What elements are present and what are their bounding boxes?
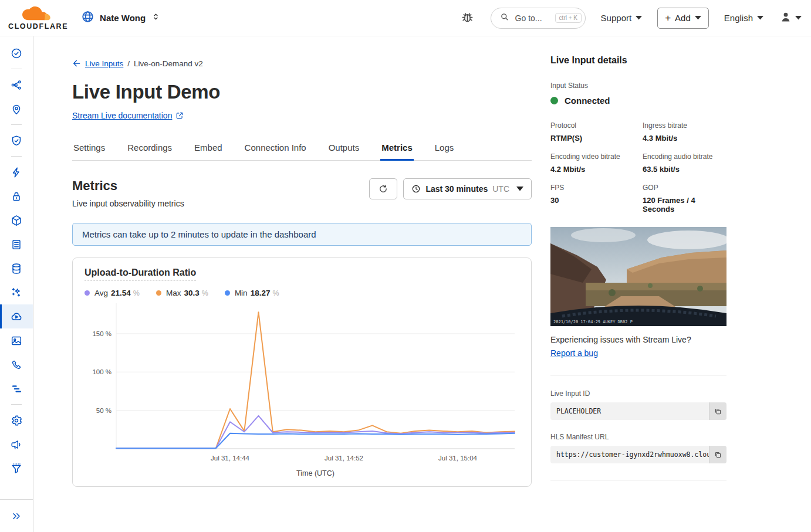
sidebar-item-ai-sparkles[interactable]: [0, 280, 33, 304]
sidebar-item-package[interactable]: [0, 208, 33, 232]
speed-bolt-icon: [10, 166, 23, 179]
sidebar-item-lock[interactable]: [0, 184, 33, 208]
back-arrow-icon: [72, 59, 82, 68]
account-switcher[interactable]: Nate Wong: [81, 10, 161, 26]
megaphone-icon: [10, 438, 23, 451]
legend-item-avg[interactable]: Avg21.54%: [85, 289, 140, 297]
metrics-subheading: Live input observability metrics: [72, 199, 184, 208]
divider: [550, 375, 726, 375]
chart-title[interactable]: Upload-to-Duration Ratio: [85, 267, 196, 280]
sidebar-item-stream-cloud-play[interactable]: [0, 304, 33, 328]
sidebar-item-shield-check[interactable]: [0, 128, 33, 153]
tab-recordings[interactable]: Recordings: [126, 137, 173, 161]
ai-sparkles-icon: [10, 286, 23, 299]
legend-item-max[interactable]: Max30.3%: [156, 289, 208, 297]
global-search[interactable]: ctrl + K: [491, 8, 586, 29]
phone-icon: [10, 358, 23, 371]
shortcut-badge: ctrl + K: [555, 13, 582, 23]
sidebar-item-gantt-bars[interactable]: [0, 377, 33, 401]
tab-logs[interactable]: Logs: [434, 137, 455, 161]
sidebar-item-megaphone[interactable]: [0, 432, 33, 456]
support-menu[interactable]: Support: [601, 13, 643, 23]
copy-button[interactable]: [709, 402, 726, 420]
tab-metrics[interactable]: Metrics: [380, 137, 414, 161]
cloudflare-logo[interactable]: CLOUDFLARE: [8, 6, 68, 31]
svg-text:Jul 31, 15:04: Jul 31, 15:04: [438, 455, 477, 462]
live-preview-thumbnail[interactable]: 2021/10/20 17:04:29 AUKEY DR02 P: [550, 227, 726, 326]
breadcrumb-back-label: Live Inputs: [85, 59, 123, 68]
sidebar-divider: [0, 401, 33, 408]
caret-down-icon: [795, 16, 802, 20]
breadcrumb-current: Live-on-Demand v2: [134, 59, 203, 68]
copy-field-value: PLACEHOLDER: [550, 407, 709, 415]
sidebar-nav: [0, 36, 33, 480]
svg-text:Jul 31, 14:44: Jul 31, 14:44: [211, 455, 249, 462]
tab-outputs[interactable]: Outputs: [327, 137, 361, 161]
time-zone-label: UTC: [492, 184, 509, 194]
unfold-chevrons-icon: [151, 12, 161, 24]
add-button[interactable]: + Add: [657, 8, 709, 29]
sidebar-item-phone[interactable]: [0, 353, 33, 377]
user-menu[interactable]: [779, 10, 802, 26]
svg-text:100 %: 100 %: [92, 368, 111, 375]
metrics-controls: Last 30 minutes UTC: [369, 178, 532, 199]
top-navbar: CLOUDFLARE Nate Wong: [0, 0, 811, 36]
thumbnail-timestamp-overlay: 2021/10/20 17:04:29 AUKEY DR02 P: [553, 320, 633, 324]
detail-field-gop: GOP120 Frames / 4 Seconds: [643, 184, 726, 214]
refresh-icon: [378, 184, 388, 194]
breadcrumb-back-link[interactable]: Live Inputs: [72, 59, 123, 68]
copy-field-value: https://customer-igynxd2rwhmuoxw8.cloudf: [550, 450, 709, 459]
status-dot-icon: [550, 97, 558, 104]
sidebar-item-server-rack[interactable]: [0, 232, 33, 256]
images-icon: [10, 334, 23, 347]
details-heading: Live Input details: [550, 55, 726, 66]
main-content: Live Inputs / Live-on-Demand v2 Live Inp…: [72, 36, 532, 487]
breadcrumb: Live Inputs / Live-on-Demand v2: [72, 59, 532, 68]
traffic-icon: [10, 79, 23, 92]
metrics-header-row: Metrics Live input observability metrics…: [72, 178, 532, 208]
svg-text:Time (UTC): Time (UTC): [296, 469, 334, 477]
divider: [550, 480, 726, 480]
tab-bar: SettingsRecordingsEmbedConnection InfoOu…: [72, 137, 532, 161]
main-area: Live Inputs / Live-on-Demand v2 Live Inp…: [33, 36, 811, 532]
legend-dot-icon: [225, 290, 230, 296]
sidebar-item-clock-check[interactable]: [0, 41, 33, 65]
globe-icon: [81, 10, 94, 26]
sidebar-item-funnel[interactable]: [0, 456, 33, 480]
copy-button[interactable]: [709, 446, 726, 463]
funnel-icon: [10, 462, 23, 475]
caret-down-icon: [636, 16, 642, 20]
tab-embed[interactable]: Embed: [193, 137, 224, 161]
chevrons-right-icon: [11, 510, 22, 522]
documentation-link[interactable]: Stream Live documentation: [72, 111, 184, 120]
sidebar-collapse-button[interactable]: [0, 499, 33, 532]
tab-connection-info[interactable]: Connection Info: [244, 137, 307, 161]
report-bug-link[interactable]: Report a bug: [550, 348, 598, 358]
language-menu[interactable]: English: [724, 13, 763, 23]
search-input[interactable]: [514, 13, 550, 23]
chart-legend: Avg21.54%Max30.3%Min18.27%: [85, 289, 519, 297]
refresh-button[interactable]: [369, 178, 397, 199]
sidebar-item-images[interactable]: [0, 328, 33, 353]
sidebar-item-traffic[interactable]: [0, 73, 33, 97]
tab-settings[interactable]: Settings: [72, 137, 106, 161]
sidebar-item-gear[interactable]: [0, 408, 33, 432]
sidebar-item-location-pin[interactable]: [0, 97, 33, 121]
copy-fields-section: Live Input IDPLACEHOLDERHLS Manifest URL…: [550, 389, 726, 463]
sidebar-divider: [0, 65, 33, 73]
details-fields: ProtocolRTMP(S)Ingress bitrate4.3 Mbit/s…: [550, 121, 726, 214]
legend-item-min[interactable]: Min18.27%: [225, 289, 279, 297]
external-link-icon: [175, 111, 184, 120]
page-title: Live Input Demo: [72, 81, 532, 103]
add-label: Add: [675, 13, 691, 23]
sidebar-divider: [0, 121, 33, 128]
bug-icon[interactable]: [459, 9, 475, 27]
time-range-dropdown[interactable]: Last 30 minutes UTC: [403, 178, 532, 199]
svg-text:Jul 31, 14:52: Jul 31, 14:52: [325, 455, 363, 462]
metrics-chart: 50 %100 %150 %Jul 31, 14:44Jul 31, 14:52…: [85, 300, 521, 482]
svg-text:150 %: 150 %: [92, 330, 111, 337]
sidebar-item-speed-bolt[interactable]: [0, 160, 33, 184]
sidebar-item-database[interactable]: [0, 256, 33, 280]
copy-icon: [714, 450, 722, 459]
svg-text:50 %: 50 %: [96, 407, 111, 414]
